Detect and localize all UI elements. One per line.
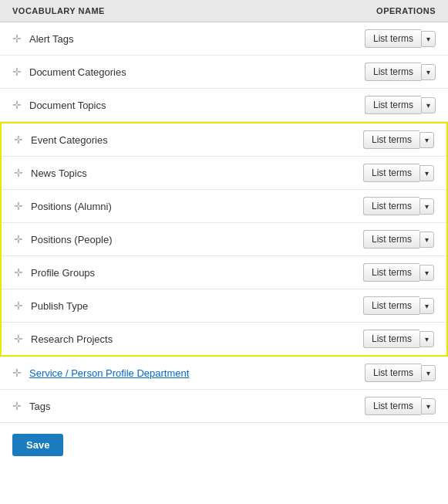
- drag-handle-icon[interactable]: ✛: [14, 233, 23, 245]
- list-terms-button-tags[interactable]: List terms: [365, 397, 421, 415]
- drag-handle-icon[interactable]: ✛: [14, 200, 23, 212]
- dropdown-button-alert-tags[interactable]: ▾: [421, 31, 436, 47]
- list-terms-button-research-projects[interactable]: List terms: [363, 330, 419, 348]
- table-row: ✛ Positions (People) List terms ▾: [2, 223, 446, 256]
- table-row: ✛ Profile Groups List terms ▾: [2, 256, 446, 289]
- drag-handle-icon[interactable]: ✛: [14, 299, 23, 312]
- table-row: ✛ Publish Type List terms ▾: [2, 289, 446, 323]
- col-vocab-name: VOCABULARY NAME: [12, 6, 105, 15]
- drag-handle-icon[interactable]: ✛: [14, 167, 23, 179]
- dropdown-button-document-categories[interactable]: ▾: [421, 64, 436, 80]
- drag-handle-icon[interactable]: ✛: [14, 333, 23, 345]
- dropdown-button-positions-people[interactable]: ▾: [419, 232, 434, 248]
- vocab-name-positions-alumni: Positions (Alumni): [31, 201, 112, 212]
- dropdown-button-research-projects[interactable]: ▾: [419, 331, 434, 347]
- table-header: VOCABULARY NAME OPERATIONS: [0, 0, 448, 22]
- dropdown-button-document-topics[interactable]: ▾: [421, 97, 436, 113]
- table-row: ✛ Service / Person Profile Department Li…: [0, 357, 448, 390]
- vocab-name-service-person-profile-department[interactable]: Service / Person Profile Department: [29, 367, 189, 379]
- drag-handle-icon[interactable]: ✛: [14, 134, 23, 146]
- dropdown-button-publish-type[interactable]: ▾: [419, 298, 434, 314]
- vocab-name-research-projects: Research Projects: [31, 333, 113, 345]
- list-terms-button-publish-type[interactable]: List terms: [363, 296, 419, 315]
- dropdown-button-positions-alumni[interactable]: ▾: [419, 198, 434, 215]
- drag-handle-icon[interactable]: ✛: [12, 99, 22, 111]
- vocab-name-alert-tags: Alert Tags: [29, 33, 74, 45]
- list-terms-button-service-person[interactable]: List terms: [365, 364, 421, 382]
- table-row: ✛ Tags List terms ▾: [0, 390, 448, 423]
- dropdown-button-service-person[interactable]: ▾: [421, 365, 436, 381]
- list-terms-button-positions-alumni[interactable]: List terms: [363, 197, 419, 215]
- table-body: ✛ Alert Tags List terms ▾ ✛ Document Cat…: [0, 22, 448, 423]
- table-row: ✛ Alert Tags List terms ▾: [0, 22, 448, 56]
- vocab-name-profile-groups: Profile Groups: [31, 267, 95, 279]
- vocab-name-document-categories: Document Categories: [29, 66, 126, 78]
- vocab-name-document-topics: Document Topics: [29, 100, 106, 111]
- table-row: ✛ Event Categories List terms ▾: [2, 123, 446, 157]
- table-row: ✛ Research Projects List terms ▾: [2, 323, 446, 355]
- table-row: ✛ News Topics List terms ▾: [2, 157, 446, 190]
- list-terms-button-event-categories[interactable]: List terms: [363, 130, 419, 149]
- table-row: ✛ Document Topics List terms ▾: [0, 89, 448, 122]
- dropdown-button-profile-groups[interactable]: ▾: [419, 265, 434, 281]
- list-terms-button-profile-groups[interactable]: List terms: [363, 263, 419, 282]
- vocab-name-positions-people: Positions (People): [31, 234, 113, 245]
- table-row: ✛ Positions (Alumni) List terms ▾: [2, 190, 446, 223]
- vocab-name-news-topics: News Topics: [31, 167, 87, 179]
- list-terms-button-alert-tags[interactable]: List terms: [365, 29, 421, 48]
- dropdown-button-news-topics[interactable]: ▾: [419, 165, 434, 181]
- table-row: ✛ Document Categories List terms ▾: [0, 56, 448, 89]
- col-operations: OPERATIONS: [376, 6, 436, 15]
- dropdown-button-event-categories[interactable]: ▾: [419, 132, 434, 148]
- highlighted-group: ✛ Event Categories List terms ▾ ✛ News T…: [0, 122, 448, 357]
- drag-handle-icon[interactable]: ✛: [12, 32, 22, 45]
- vocab-name-tags: Tags: [29, 401, 50, 412]
- vocabulary-table: VOCABULARY NAME OPERATIONS ✛ Alert Tags …: [0, 0, 448, 423]
- list-terms-button-document-categories[interactable]: List terms: [365, 63, 421, 81]
- save-button[interactable]: Save: [12, 434, 63, 456]
- drag-handle-icon[interactable]: ✛: [12, 66, 22, 78]
- list-terms-button-document-topics[interactable]: List terms: [365, 96, 421, 114]
- dropdown-button-tags[interactable]: ▾: [421, 398, 436, 414]
- drag-handle-icon[interactable]: ✛: [12, 400, 22, 412]
- drag-handle-icon[interactable]: ✛: [12, 367, 22, 379]
- vocab-name-event-categories: Event Categories: [31, 134, 108, 146]
- vocab-name-publish-type: Publish Type: [31, 300, 88, 312]
- drag-handle-icon[interactable]: ✛: [14, 266, 23, 279]
- list-terms-button-positions-people[interactable]: List terms: [363, 230, 419, 249]
- list-terms-button-news-topics[interactable]: List terms: [363, 164, 419, 182]
- save-section: Save: [0, 423, 448, 467]
